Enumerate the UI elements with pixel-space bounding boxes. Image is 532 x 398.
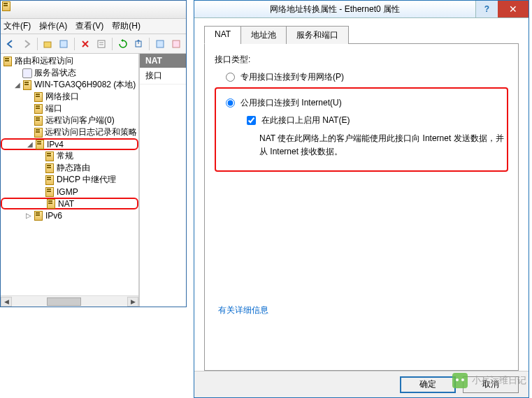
server-icon	[33, 127, 43, 138]
expander-icon[interactable]: ◢	[13, 81, 22, 89]
watermark: 小兵运维日记	[452, 373, 526, 388]
server-icon	[34, 139, 45, 150]
menu-view[interactable]: 查看(V)	[76, 20, 103, 32]
help-button[interactable]: ?	[475, 1, 498, 17]
svg-rect-0	[44, 42, 51, 47]
properties-dialog: 网络地址转换属性 - Ethernet0 属性 ? ✕ NAT 地址池 服务和端…	[194, 0, 529, 398]
up-button[interactable]	[41, 37, 55, 51]
main-titlebar	[1, 1, 186, 19]
expander-icon[interactable]: ▷	[24, 212, 33, 220]
interface-type-label: 接口类型:	[215, 54, 508, 66]
server-icon	[44, 151, 55, 162]
list-header: NAT	[140, 54, 186, 68]
list-panel: NAT 接口	[139, 54, 186, 307]
app-icon	[3, 4, 15, 15]
tree-remote-clients[interactable]: 远程访问客户端(0)	[1, 115, 138, 126]
forward-button[interactable]	[20, 37, 34, 51]
radio-public[interactable]	[226, 98, 235, 108]
radio-private[interactable]	[226, 73, 235, 82]
properties-button[interactable]	[57, 37, 71, 51]
tree-panel: 路由和远程访问 服务器状态 ◢WIN-TGA3Q6H9082 (本地) 网络接口…	[1, 54, 139, 307]
public-group-highlight: 公用接口连接到 Internet(U) 在此接口上启用 NAT(E) NAT 使…	[215, 87, 508, 171]
nat-description: NAT 使在此网络上的客户端能使用此接口向 Internet 发送数据，并从 I…	[259, 132, 504, 159]
scroll-track[interactable]	[12, 297, 127, 307]
server-icon	[44, 175, 55, 186]
svg-rect-6	[157, 40, 164, 47]
server-icon	[33, 103, 44, 115]
back-button[interactable]	[3, 37, 17, 51]
tree-dhcp-relay[interactable]: DHCP 中继代理	[1, 174, 138, 186]
tree-ports[interactable]: 端口	[1, 103, 138, 115]
dialog-title: 网络地址转换属性 - Ethernet0 属性	[194, 3, 475, 15]
server-icon	[22, 80, 33, 91]
watermark-text: 小兵运维日记	[472, 374, 526, 387]
tree-scrollbar[interactable]: ◀ ▶	[1, 295, 138, 307]
server-icon	[33, 115, 44, 126]
scroll-thumb[interactable]	[47, 297, 82, 306]
server-icon	[44, 163, 55, 174]
dialog-titlebar[interactable]: 网络地址转换属性 - Ethernet0 属性 ? ✕	[194, 1, 529, 18]
menu-help[interactable]: 帮助(H)	[112, 20, 141, 32]
server-icon	[45, 198, 57, 209]
tree-igmp[interactable]: IGMP	[1, 186, 138, 198]
checkbox-nat-row[interactable]: 在此接口上启用 NAT(E)	[247, 115, 504, 126]
tree-static-route[interactable]: 静态路由	[1, 162, 138, 174]
dialog-body: NAT 地址池 服务和端口 接口类型: 专用接口连接到专用网络(P) 公用接口连…	[194, 18, 529, 371]
tree-server-node[interactable]: ◢WIN-TGA3Q6H9082 (本地)	[1, 79, 138, 91]
help-button[interactable]	[153, 37, 167, 51]
refresh-button[interactable]	[116, 37, 130, 51]
checkbox-enable-nat[interactable]	[247, 116, 256, 125]
help2-button[interactable]	[169, 37, 183, 51]
scroll-left-icon[interactable]: ◀	[1, 297, 12, 307]
tree-root[interactable]: 路由和远程访问	[1, 55, 138, 67]
tree-network-if[interactable]: 网络接口	[1, 91, 138, 103]
radio-private-row[interactable]: 专用接口连接到专用网络(P)	[226, 71, 508, 83]
props2-button[interactable]	[94, 37, 108, 51]
expander-icon[interactable]: ◢	[26, 140, 34, 149]
scroll-right-icon[interactable]: ▶	[127, 297, 138, 307]
tabs: NAT 地址池 服务和端口	[204, 25, 519, 44]
server-icon	[33, 210, 44, 221]
svg-rect-2	[98, 40, 105, 47]
radio-public-label: 公用接口连接到 Internet(U)	[240, 97, 342, 109]
close-button[interactable]: ✕	[498, 1, 529, 17]
radio-private-label: 专用接口连接到专用网络(P)	[240, 71, 344, 83]
more-info-link[interactable]: 有关详细信息	[218, 304, 268, 316]
svg-rect-1	[60, 40, 67, 47]
tab-pool[interactable]: 地址池	[240, 26, 287, 44]
tab-services[interactable]: 服务和端口	[286, 26, 349, 44]
tree-remote-log[interactable]: 远程访问日志记录和策略	[1, 126, 138, 138]
tree-ipv4[interactable]: ◢IPv4	[1, 138, 138, 150]
main-window: 文件(F) 操作(A) 查看(V) 帮助(H) 路由和远程访问 服务器状态 ◢W…	[0, 0, 187, 307]
server-icon	[33, 91, 44, 103]
tree-nat[interactable]: NAT	[1, 198, 138, 209]
tree-server-status[interactable]: 服务器状态	[1, 67, 138, 79]
tree-general[interactable]: 常规	[1, 150, 138, 162]
toolbar	[1, 34, 186, 54]
delete-button[interactable]	[78, 37, 92, 51]
svg-rect-7	[173, 40, 180, 47]
menubar: 文件(F) 操作(A) 查看(V) 帮助(H)	[1, 19, 186, 34]
menu-action[interactable]: 操作(A)	[39, 20, 67, 32]
list-column-header[interactable]: 接口	[140, 68, 186, 84]
ok-button[interactable]: 确定	[400, 376, 456, 393]
radio-public-row[interactable]: 公用接口连接到 Internet(U)	[226, 97, 504, 109]
status-icon	[22, 68, 33, 79]
tab-nat[interactable]: NAT	[204, 26, 241, 44]
tree-ipv6[interactable]: ▷IPv6	[1, 209, 138, 221]
export-button[interactable]	[132, 37, 146, 51]
server-icon	[44, 186, 55, 198]
wechat-icon	[452, 373, 468, 388]
tree: 路由和远程访问 服务器状态 ◢WIN-TGA3Q6H9082 (本地) 网络接口…	[1, 54, 138, 223]
checkbox-nat-label: 在此接口上启用 NAT(E)	[261, 115, 350, 126]
tab-content: 接口类型: 专用接口连接到专用网络(P) 公用接口连接到 Internet(U)…	[204, 44, 519, 371]
menu-file[interactable]: 文件(F)	[3, 20, 31, 32]
main-body: 路由和远程访问 服务器状态 ◢WIN-TGA3Q6H9082 (本地) 网络接口…	[1, 54, 186, 307]
server-icon	[2, 56, 13, 67]
